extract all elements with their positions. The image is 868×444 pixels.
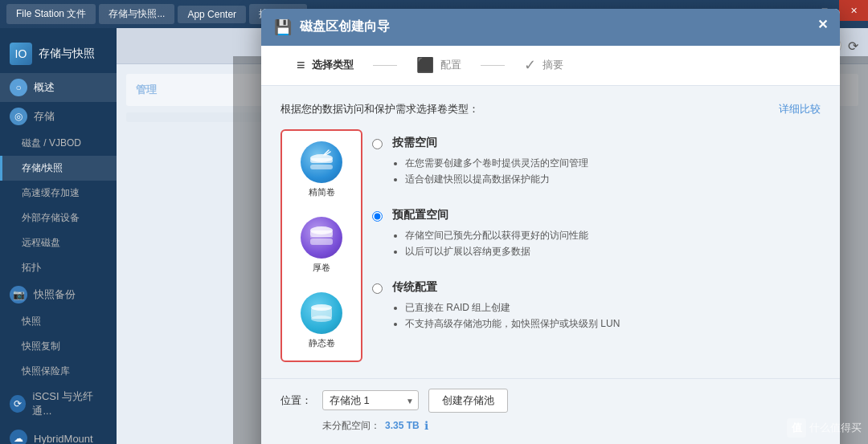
volume-option-thick[interactable]: 预配置空间 存储空间已预先分配以获得更好的访问性能 以后可以扩展以容纳更多数据	[362, 202, 821, 274]
step-configure[interactable]: ⬛ 配置	[400, 56, 477, 74]
hybridmount-icon: ☁	[10, 430, 27, 444]
volume-icon-thin[interactable]: 精简卷	[285, 134, 358, 206]
storage-icon: ◎	[10, 108, 27, 125]
create-pool-button[interactable]: 创建存储池	[428, 389, 508, 413]
sidebar-app-title: 存储与快照	[39, 47, 95, 61]
location-select[interactable]: 存储池 1	[322, 390, 419, 410]
dialog-title: 磁盘区创建向导	[300, 18, 390, 35]
step-nav: ≡ 选择类型 ⬛ 配置 ✓ 摘要	[261, 46, 840, 86]
thin-bullet-2: 适合创建快照以提高数据保护能力	[405, 171, 821, 187]
location-label: 位置：	[280, 393, 313, 408]
refresh-icon[interactable]: ⟳	[848, 39, 858, 54]
sidebar-item-external[interactable]: 外部存储设备	[0, 206, 117, 230]
step3-icon: ✓	[524, 56, 536, 74]
sidebar-item-hybridmount[interactable]: ☁ HybridMount	[0, 424, 117, 444]
thick-bullet-1: 存储空间已预先分配以获得更好的访问性能	[405, 227, 821, 243]
dialog-close-button[interactable]: ✕	[814, 17, 830, 33]
thick-bullet-2: 以后可以扩展以容纳更多数据	[405, 243, 821, 259]
step-divider-2	[481, 65, 505, 66]
sidebar-item-remote[interactable]: 远程磁盘	[0, 230, 117, 255]
step-divider-1	[373, 65, 397, 66]
step1-label: 选择类型	[312, 58, 354, 72]
main-area: 🔍 ? ⚙ ⟳ 管理 💾 磁盘区创建向导 ✕ ≡ 选择类型	[117, 28, 868, 444]
step1-icon: ≡	[297, 57, 305, 74]
taskbar-item-storage[interactable]: 存储与快照...	[99, 4, 174, 24]
step-select-type[interactable]: ≡ 选择类型	[280, 57, 370, 74]
unallocated-size: 3.35 TB	[385, 420, 420, 431]
thick-option-content: 预配置空间 存储空间已预先分配以获得更好的访问性能 以后可以扩展以容纳更多数据	[392, 208, 821, 260]
dialog-overlay: 💾 磁盘区创建向导 ✕ ≡ 选择类型 ⬛ 配置 ✓ 摘要	[233, 56, 868, 444]
sidebar-label-storage: 存储	[34, 109, 55, 124]
sidebar-item-snapshot-backup[interactable]: 📷 快照备份	[0, 280, 117, 309]
step-summary[interactable]: ✓ 摘要	[508, 56, 579, 74]
static-option-bullets: 已直接在 RAID 组上创建 不支持高级存储池功能，如快照保护或块级别 LUN	[392, 299, 821, 332]
thick-vol-label: 厚卷	[313, 262, 330, 274]
radio-thin[interactable]	[372, 139, 383, 149]
unallocated-label: 未分配空间：	[322, 419, 380, 433]
thin-option-content: 按需空间 在您需要创建多个卷时提供灵活的空间管理 适合创建快照以提高数据保护能力	[392, 136, 821, 188]
watermark-text: 什么值得买	[809, 421, 862, 435]
taskbar-item-filestation[interactable]: File Station 文件	[6, 4, 96, 24]
sidebar-item-disk[interactable]: 磁盘 / VJBOD	[0, 131, 117, 156]
step3-label: 摘要	[542, 58, 563, 72]
thin-vol-label: 精简卷	[309, 186, 335, 198]
sidebar-label-snapshot-backup: 快照备份	[34, 287, 76, 302]
sidebar-item-snapshot[interactable]: 存储/快照	[0, 156, 117, 181]
sidebar-item-iscsi[interactable]: ⟳ iSCSI 与光纤通...	[0, 384, 117, 424]
dialog-bottom-section: 位置： 存储池 1 ▼ 创建存储池 未分配空间： 3.35 TB ℹ	[261, 378, 840, 442]
svg-point-2	[310, 154, 333, 162]
step2-label: 配置	[440, 58, 461, 72]
thin-bullet-1: 在您需要创建多个卷时提供灵活的空间管理	[405, 155, 821, 171]
step2-icon: ⬛	[416, 56, 434, 74]
volume-option-thin[interactable]: 按需空间 在您需要创建多个卷时提供灵活的空间管理 适合创建快照以提高数据保护能力	[362, 129, 821, 202]
sidebar-item-overview[interactable]: ○ 概述	[0, 73, 117, 102]
location-select-wrapper: 存储池 1 ▼	[322, 390, 419, 410]
sidebar-item-topology[interactable]: 拓扑	[0, 255, 117, 280]
volume-options-col: 按需空间 在您需要创建多个卷时提供灵活的空间管理 适合创建快照以提高数据保护能力	[362, 129, 821, 346]
volume-icon-thick[interactable]: 厚卷	[285, 210, 358, 282]
sidebar-item-snapshot-vault[interactable]: 快照保险库	[0, 359, 117, 384]
thick-volume-icon	[301, 217, 342, 259]
sidebar: IO 存储与快照 ○ 概述 ◎ 存储 磁盘 / VJBOD 存储/快照 高速缓存…	[0, 28, 117, 444]
close-button[interactable]: ✕	[839, 0, 868, 21]
volume-option-static[interactable]: 传统配置 已直接在 RAID 组上创建 不支持高级存储池功能，如快照保护或块级别…	[362, 274, 821, 346]
snapshot-icon: 📷	[10, 286, 27, 303]
volume-icon-static[interactable]: 静态卷	[285, 285, 358, 357]
sidebar-label-iscsi: iSCSI 与光纤通...	[32, 389, 107, 418]
management-label: 管理	[136, 83, 157, 97]
sidebar-item-cache[interactable]: 高速缓存加速	[0, 181, 117, 206]
sidebar-item-snapshot-copy[interactable]: 快照复制	[0, 334, 117, 359]
desc-text: 根据您的数据访问和保护需求选择卷类型：	[280, 102, 479, 116]
location-row: 位置： 存储池 1 ▼ 创建存储池	[280, 389, 821, 413]
watermark: 值 什么值得买	[787, 418, 862, 438]
static-vol-label: 静态卷	[309, 337, 335, 349]
detail-link[interactable]: 详细比较	[779, 102, 821, 116]
static-bullet-2: 不支持高级存储池功能，如快照保护或块级别 LUN	[405, 316, 821, 332]
app-icon: IO	[10, 43, 32, 65]
sidebar-item-storage[interactable]: ◎ 存储	[0, 102, 117, 131]
taskbar-item-appcenter[interactable]: App Center	[178, 6, 246, 23]
volume-creation-dialog: 💾 磁盘区创建向导 ✕ ≡ 选择类型 ⬛ 配置 ✓ 摘要	[261, 9, 840, 445]
static-bullet-1: 已直接在 RAID 组上创建	[405, 299, 821, 316]
static-volume-icon	[301, 292, 342, 334]
thin-option-bullets: 在您需要创建多个卷时提供灵活的空间管理 适合创建快照以提高数据保护能力	[392, 155, 821, 188]
thick-option-bullets: 存储空间已预先分配以获得更好的访问性能 以后可以扩展以容纳更多数据	[392, 227, 821, 260]
radio-thick[interactable]	[372, 211, 383, 222]
thin-option-title: 按需空间	[392, 136, 821, 150]
dialog-description: 根据您的数据访问和保护需求选择卷类型： 详细比较	[280, 102, 821, 116]
static-option-title: 传统配置	[392, 280, 821, 295]
svg-point-5	[310, 226, 333, 234]
iscsi-icon: ⟳	[10, 395, 26, 413]
volume-types-container: 精简卷 厚卷	[280, 129, 821, 362]
thin-volume-icon	[301, 141, 342, 183]
dialog-titlebar: 💾 磁盘区创建向导 ✕	[261, 9, 840, 46]
sidebar-item-snapshots[interactable]: 快照	[0, 309, 117, 334]
info-icon[interactable]: ℹ	[424, 419, 428, 432]
static-option-content: 传统配置 已直接在 RAID 组上创建 不支持高级存储池功能，如快照保护或块级别…	[392, 280, 821, 332]
svg-rect-4	[310, 238, 333, 245]
svg-rect-1	[310, 165, 333, 169]
thick-option-title: 预配置空间	[392, 208, 821, 222]
unallocated-row: 未分配空间： 3.35 TB ℹ	[280, 419, 821, 433]
sidebar-header: IO 存储与快照	[0, 35, 117, 73]
radio-static[interactable]	[372, 283, 383, 294]
